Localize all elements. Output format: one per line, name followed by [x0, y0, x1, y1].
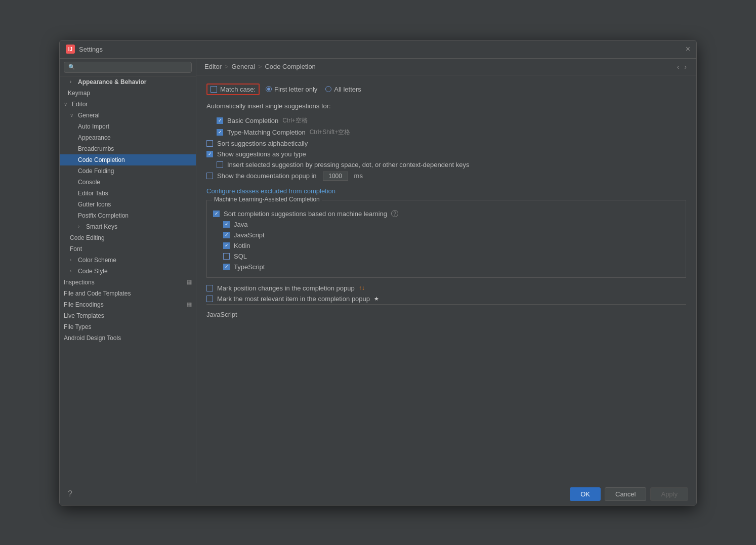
sidebar-item-live-templates[interactable]: Live Templates — [60, 310, 196, 321]
sidebar-item-file-code-templates[interactable]: File and Code Templates — [60, 288, 196, 299]
show-doc-input[interactable]: 1000 — [323, 172, 348, 181]
js-section-label: JavaScript — [206, 304, 686, 318]
ml-section-title: Machine Learning-Assisted Completion — [212, 196, 322, 203]
mark-relevant-label: Mark the most relevant item in the compl… — [217, 295, 370, 303]
show-typing-row: Show suggestions as you type — [206, 149, 686, 159]
sidebar-item-keymap[interactable]: Keymap — [60, 88, 196, 99]
forward-arrow[interactable]: › — [683, 63, 688, 71]
sidebar-item-auto-import[interactable]: Auto Import — [60, 121, 196, 132]
first-letter-radio[interactable]: First letter only — [266, 86, 317, 93]
typescript-checkbox[interactable] — [223, 264, 230, 270]
sidebar-item-gutter-icons[interactable]: Gutter Icons — [60, 199, 196, 210]
breadcrumb-part1: Editor — [204, 63, 222, 70]
sql-label: SQL — [234, 253, 247, 260]
close-button[interactable]: × — [686, 45, 690, 53]
sidebar-item-appearance[interactable]: Appearance — [60, 132, 196, 143]
sidebar-item-postfix-completion[interactable]: Postfix Completion — [60, 210, 196, 221]
settings-content: Match case: First letter only All letter… — [196, 75, 696, 483]
java-row: Java — [213, 219, 680, 230]
sidebar-item-code-folding[interactable]: Code Folding — [60, 165, 196, 177]
sidebar-item-inspections[interactable]: Inspections ▦ — [60, 277, 196, 288]
chevron-right-icon-4: › — [70, 268, 76, 274]
search-icon: 🔍 — [68, 64, 75, 70]
kotlin-row: Kotlin — [213, 240, 680, 251]
sort-alpha-row: Sort suggestions alphabetically — [206, 138, 686, 149]
sidebar-item-breadcrumbs[interactable]: Breadcrumbs — [60, 143, 196, 154]
sidebar-item-file-encodings[interactable]: File Encodings ▦ — [60, 299, 196, 310]
sidebar-item-code-editing[interactable]: Code Editing — [60, 232, 196, 243]
nav-arrows: ‹ › — [676, 63, 688, 71]
sidebar-item-file-types[interactable]: File Types — [60, 321, 196, 332]
sidebar-item-smart-keys[interactable]: › Smart Keys — [60, 221, 196, 232]
chevron-down-icon-2: ∨ — [70, 112, 76, 118]
help-button[interactable]: ? — [68, 489, 72, 498]
type-matching-label: Type-Matching Completion — [227, 129, 306, 136]
action-buttons: OK Cancel Apply — [570, 487, 688, 501]
sort-alpha-label: Sort suggestions alphabetically — [217, 140, 308, 147]
first-letter-radio-btn[interactable] — [266, 86, 272, 92]
search-box: 🔍 — [60, 59, 196, 76]
top-nav: Editor > General > Code Completion ‹ › — [196, 59, 696, 75]
typescript-label: TypeScript — [234, 263, 265, 271]
show-typing-label: Show suggestions as you type — [217, 150, 306, 158]
search-field[interactable] — [77, 64, 187, 71]
insert-key-label: Insert selected suggestion by pressing s… — [227, 161, 469, 169]
breadcrumb: Editor > General > Code Completion — [204, 63, 316, 70]
match-case-checkbox[interactable] — [211, 86, 217, 93]
javascript-label: JavaScript — [234, 231, 265, 239]
sidebar-item-general[interactable]: ∨ General — [60, 110, 196, 121]
kotlin-checkbox[interactable] — [223, 242, 230, 249]
sidebar-item-appearance-behavior[interactable]: › Appearance & Behavior — [60, 76, 196, 88]
java-label: Java — [234, 221, 247, 228]
show-doc-label: Show the documentation popup in — [217, 172, 317, 180]
sidebar-item-code-style[interactable]: › Code Style — [60, 266, 196, 277]
sidebar-item-code-completion[interactable]: Code Completion — [60, 154, 196, 165]
auto-insert-title: Automatically insert single suggestions … — [206, 102, 686, 110]
sql-checkbox[interactable] — [223, 253, 230, 260]
match-case-label: Match case: — [220, 86, 256, 93]
mark-position-checkbox[interactable] — [206, 285, 213, 291]
content-area: 🔍 › Appearance & Behavior Keymap ∨ Edito… — [60, 59, 696, 483]
sidebar-item-android-design-tools[interactable]: Android Design Tools — [60, 332, 196, 344]
sidebar-item-editor-tabs[interactable]: Editor Tabs — [60, 188, 196, 199]
basic-completion-label: Basic Completion — [227, 117, 278, 124]
show-doc-row: Show the documentation popup in 1000 ms — [206, 170, 686, 182]
ml-help-icon[interactable]: ? — [391, 210, 398, 217]
star-icon: ★ — [374, 296, 379, 302]
breadcrumb-sep1: > — [225, 63, 229, 70]
basic-completion-checkbox[interactable] — [217, 117, 223, 124]
match-case-options: First letter only All letters — [266, 86, 361, 93]
type-matching-checkbox[interactable] — [217, 129, 223, 136]
mark-relevant-checkbox[interactable] — [206, 296, 213, 302]
javascript-row: JavaScript — [213, 230, 680, 240]
search-input-wrapper: 🔍 — [64, 62, 192, 73]
insert-key-checkbox[interactable] — [217, 161, 223, 168]
typescript-row: TypeScript — [213, 262, 680, 272]
mark-position-row: Mark position changes in the completion … — [206, 283, 686, 294]
chevron-right-icon-2: › — [78, 224, 84, 229]
apply-button[interactable]: Apply — [650, 487, 688, 501]
sql-row: SQL — [213, 251, 680, 262]
mark-relevant-row: Mark the most relevant item in the compl… — [206, 294, 686, 304]
configure-link[interactable]: Configure classes excluded from completi… — [206, 187, 335, 195]
show-typing-checkbox[interactable] — [206, 151, 213, 157]
java-checkbox[interactable] — [223, 221, 230, 228]
sidebar-item-font[interactable]: Font — [60, 243, 196, 255]
sidebar-item-editor[interactable]: ∨ Editor — [60, 99, 196, 110]
cancel-button[interactable]: Cancel — [605, 487, 646, 501]
sort-alpha-checkbox[interactable] — [206, 140, 213, 147]
ml-sort-checkbox[interactable] — [213, 211, 220, 217]
back-arrow[interactable]: ‹ — [676, 63, 681, 71]
ok-button[interactable]: OK — [570, 487, 601, 501]
all-letters-radio[interactable]: All letters — [325, 86, 361, 93]
sidebar-item-console[interactable]: Console — [60, 177, 196, 188]
basic-completion-row: Basic Completion Ctrl+空格 — [206, 115, 686, 127]
kotlin-label: Kotlin — [234, 242, 250, 249]
basic-completion-shortcut: Ctrl+空格 — [282, 116, 308, 125]
javascript-checkbox[interactable] — [223, 232, 230, 238]
sidebar-item-color-scheme[interactable]: › Color Scheme — [60, 255, 196, 266]
show-doc-checkbox[interactable] — [206, 173, 213, 179]
all-letters-radio-btn[interactable] — [325, 86, 331, 92]
insert-key-row: Insert selected suggestion by pressing s… — [206, 159, 686, 170]
ml-section: Machine Learning-Assisted Completion Sor… — [206, 200, 686, 278]
